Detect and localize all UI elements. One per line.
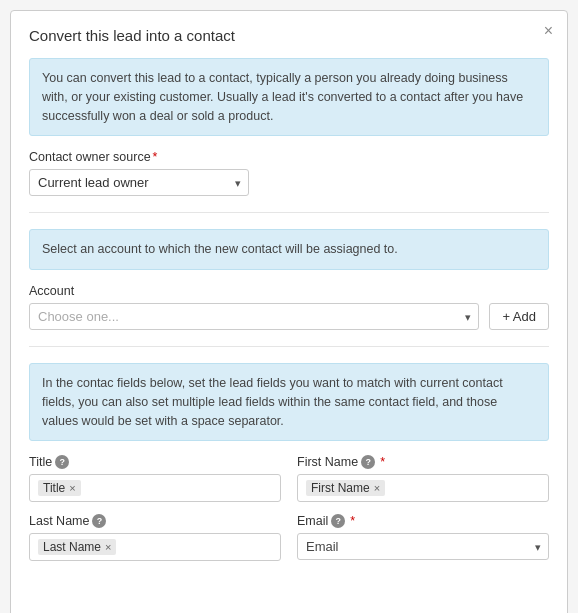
account-select[interactable]: Choose one...: [29, 303, 479, 330]
account-row: Choose one... ▾ + Add: [29, 303, 549, 330]
first-name-tag-remove[interactable]: ×: [374, 483, 380, 494]
required-marker: *: [350, 514, 355, 528]
last-name-label: Last Name ?: [29, 514, 281, 528]
email-help-icon[interactable]: ?: [331, 514, 345, 528]
required-marker: *: [380, 455, 385, 469]
add-account-button[interactable]: + Add: [489, 303, 549, 330]
last-name-field-group: Last Name ? Last Name ×: [29, 514, 281, 561]
close-button[interactable]: ×: [544, 23, 553, 39]
info-box-3: In the contac fields below, set the lead…: [29, 363, 549, 441]
divider-2: [29, 346, 549, 347]
contact-owner-select-wrapper: Current lead owner ▾: [29, 169, 249, 196]
info-box-2: Select an account to which the new conta…: [29, 229, 549, 270]
required-marker: *: [153, 150, 158, 164]
email-select-wrapper: Email ▾: [297, 533, 549, 560]
first-name-tag: First Name ×: [306, 480, 385, 496]
first-name-field-group: First Name ? * First Name ×: [297, 455, 549, 502]
contact-owner-label: Contact owner source*: [29, 150, 549, 164]
title-field-group: Title ? Title ×: [29, 455, 281, 502]
email-label: Email ? *: [297, 514, 549, 528]
info-box-1: You can convert this lead to a contact, …: [29, 58, 549, 136]
account-label: Account: [29, 284, 549, 298]
fields-grid: Title ? Title × First Name ? * First Nam…: [29, 455, 549, 561]
divider-1: [29, 212, 549, 213]
first-name-tag-input[interactable]: First Name ×: [297, 474, 549, 502]
first-name-help-icon[interactable]: ?: [361, 455, 375, 469]
contact-owner-select[interactable]: Current lead owner: [29, 169, 249, 196]
contact-owner-field: Contact owner source* Current lead owner…: [29, 150, 549, 196]
email-field-group: Email ? * Email ▾: [297, 514, 549, 561]
account-select-wrapper: Choose one... ▾: [29, 303, 479, 330]
last-name-help-icon[interactable]: ?: [92, 514, 106, 528]
modal-title: Convert this lead into a contact: [29, 27, 549, 44]
last-name-tag-remove[interactable]: ×: [105, 542, 111, 553]
account-section: Account Choose one... ▾ + Add: [29, 284, 549, 330]
title-tag-input[interactable]: Title ×: [29, 474, 281, 502]
title-label: Title ?: [29, 455, 281, 469]
title-tag-remove[interactable]: ×: [69, 483, 75, 494]
last-name-tag: Last Name ×: [38, 539, 116, 555]
last-name-tag-input[interactable]: Last Name ×: [29, 533, 281, 561]
email-select[interactable]: Email: [297, 533, 549, 560]
modal-container: Convert this lead into a contact × You c…: [10, 10, 568, 613]
title-tag: Title ×: [38, 480, 81, 496]
first-name-label: First Name ? *: [297, 455, 549, 469]
title-help-icon[interactable]: ?: [55, 455, 69, 469]
